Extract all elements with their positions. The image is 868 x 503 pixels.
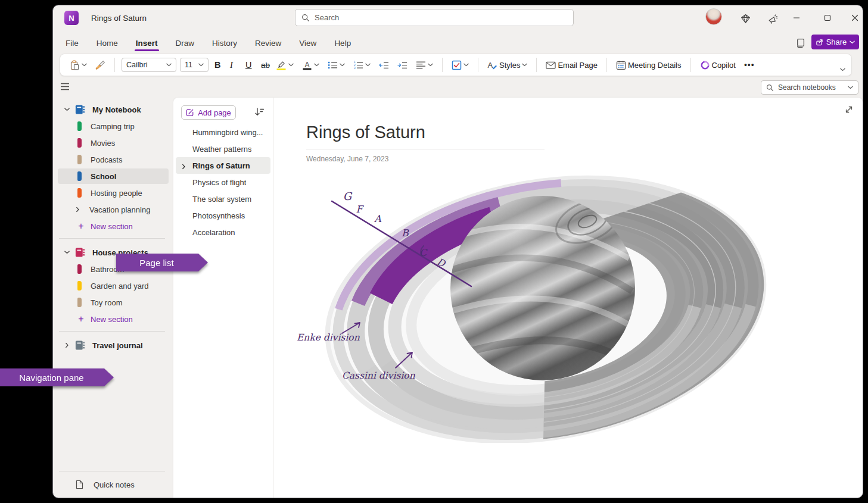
menu-file[interactable]: File	[65, 38, 79, 49]
page-title-heading[interactable]: Rings of Saturn	[306, 123, 425, 142]
minimize-button[interactable]	[788, 10, 805, 26]
section-label: Vacation planning	[89, 205, 150, 214]
section-movies[interactable]: Movies	[58, 135, 169, 151]
nav-toggle-hamburger-icon[interactable]	[60, 82, 71, 92]
premium-diamond-icon[interactable]	[739, 13, 751, 24]
copilot-button[interactable]: Copilot	[698, 58, 738, 72]
chevron-down-icon	[522, 63, 527, 67]
section-color-tab	[77, 298, 82, 307]
divider	[59, 331, 165, 332]
menu-history[interactable]: History	[211, 38, 238, 49]
chevron-down-icon[interactable]	[60, 108, 73, 111]
quick-notes-button[interactable]: Quick notes	[58, 476, 169, 493]
styles-button[interactable]: A Styles	[485, 58, 530, 72]
menu-view[interactable]: View	[298, 38, 317, 49]
section-color-tab	[77, 138, 82, 148]
side-by-side-pages-icon[interactable]	[793, 36, 806, 49]
section-garden-and-yard[interactable]: Garden and yard	[58, 278, 169, 293]
menu-insert[interactable]: Insert	[135, 38, 158, 49]
search-placeholder: Search	[315, 13, 339, 22]
divider	[59, 238, 165, 239]
share-label: Share	[826, 38, 847, 46]
todo-tag-button[interactable]	[449, 58, 471, 72]
add-page-button[interactable]: Add page	[181, 105, 236, 120]
chevron-down-icon	[198, 63, 204, 67]
page-photosynthesis[interactable]: Photosynthesis	[176, 207, 270, 224]
account-avatar[interactable]	[705, 8, 722, 25]
maximize-button[interactable]	[819, 10, 836, 26]
format-painter-button[interactable]	[93, 58, 108, 72]
notebook-label: My Notebook	[92, 105, 141, 114]
new-section-button[interactable]: + New section	[58, 218, 169, 234]
chevron-down-icon	[365, 63, 371, 67]
callout-navigation-pane-banner: Navigation pane	[0, 368, 114, 386]
page-title: Photosynthesis	[192, 211, 245, 220]
menu-help[interactable]: Help	[334, 38, 351, 49]
bold-button[interactable]: B	[212, 58, 224, 71]
share-button[interactable]: Share	[811, 35, 859, 49]
section-toy-room[interactable]: Toy room	[58, 295, 169, 310]
page-title: Hummingbird wing...	[192, 128, 263, 137]
font-color-button[interactable]: A	[300, 58, 322, 72]
strikethrough-button[interactable]: ab	[259, 59, 270, 71]
ring-label-c: C	[419, 247, 428, 258]
email-page-label: Email Page	[558, 61, 597, 70]
section-camping-trip[interactable]: Camping trip	[58, 118, 169, 134]
notebook-my-notebook[interactable]: My Notebook	[58, 102, 169, 117]
underline-button[interactable]: U	[243, 58, 255, 71]
paste-button[interactable]	[67, 58, 89, 72]
section-school[interactable]: School	[58, 168, 169, 184]
ribbon-more-button[interactable]: •••	[742, 60, 757, 70]
bullets-button[interactable]	[325, 58, 347, 72]
italic-button[interactable]: I	[228, 58, 239, 72]
chevron-down-icon[interactable]	[60, 251, 73, 254]
svg-text:A: A	[304, 60, 309, 68]
page-rings-of-saturn[interactable]: Rings of Saturn	[176, 157, 270, 174]
section-label: School	[91, 172, 116, 181]
search-input[interactable]: Search	[295, 9, 574, 26]
saturn-drawing[interactable]: G F A B C D Enke division Cassini divisi…	[287, 175, 781, 443]
chevron-down-icon	[428, 63, 433, 67]
title-underline	[306, 149, 545, 149]
section-label: Hosting people	[91, 189, 142, 198]
section-group-vacation-planning[interactable]: Vacation planning	[58, 202, 169, 217]
section-podcasts[interactable]: Podcasts	[58, 152, 169, 167]
page-physics-of-flight[interactable]: Physics of flight	[176, 174, 270, 190]
expand-icon[interactable]	[844, 105, 855, 115]
meeting-details-label: Meeting Details	[628, 61, 682, 70]
page-accelaration[interactable]: Accelaration	[176, 224, 270, 240]
numbering-button[interactable]: 1 2 3	[351, 58, 373, 72]
ribbon-toolbar: Cailbri 11 B I U ab A	[60, 54, 852, 76]
align-button[interactable]	[413, 58, 435, 72]
meeting-details-button[interactable]: Meeting Details	[614, 58, 684, 72]
menu-home[interactable]: Home	[96, 38, 119, 49]
menu-review[interactable]: Review	[254, 38, 282, 49]
feedback-megaphone-icon[interactable]	[767, 13, 779, 24]
chevron-down-icon	[463, 63, 469, 67]
page-weather-patterns[interactable]: Weather patterns	[176, 140, 270, 157]
font-size-select[interactable]: 11	[180, 58, 209, 72]
sort-pages-button[interactable]	[254, 107, 266, 118]
page-the-solar-system[interactable]: The solar system	[176, 190, 270, 207]
outdent-button[interactable]	[377, 58, 391, 72]
ribbon-collapse-button[interactable]	[840, 63, 845, 74]
email-page-button[interactable]: Email Page	[543, 58, 599, 72]
highlight-button[interactable]	[274, 58, 296, 72]
section-color-tab	[77, 264, 82, 274]
main-panel: Add page Hummingbird wing... Weather pat…	[173, 98, 863, 498]
close-button[interactable]	[846, 10, 863, 26]
section-hosting-people[interactable]: Hosting people	[58, 185, 169, 201]
font-name-select[interactable]: Cailbri	[122, 58, 176, 72]
chevron-down-icon	[82, 63, 87, 67]
search-icon	[766, 84, 774, 92]
notebook-travel-journal[interactable]: Travel journal	[58, 338, 169, 353]
search-notebooks-input[interactable]: Search notebooks	[761, 80, 858, 95]
menu-draw[interactable]: Draw	[175, 38, 195, 49]
chevron-right-icon[interactable]	[60, 343, 73, 347]
section-color-tab	[77, 121, 82, 131]
chevron-down-icon	[166, 63, 172, 67]
new-section-button[interactable]: + New section	[58, 311, 169, 327]
chevron-right-icon[interactable]	[73, 208, 82, 211]
page-hummingbird-wing[interactable]: Hummingbird wing...	[176, 124, 270, 140]
indent-button[interactable]	[395, 58, 410, 72]
